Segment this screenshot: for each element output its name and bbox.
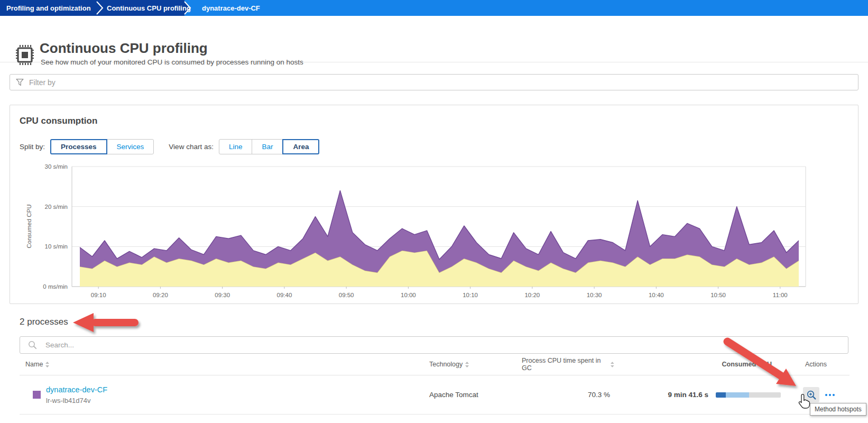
consumed-bar-segment	[749, 392, 781, 398]
page-subtitle: See how much of your monitored CPU is co…	[41, 58, 303, 66]
column-header-consumed-cpu: Consumed CPU	[635, 361, 802, 368]
svg-text:09:10: 09:10	[91, 292, 106, 298]
breadcrumb-item-cpu-profiling[interactable]: Continuous CPU profiling	[107, 4, 191, 12]
column-label: Consumed CPU	[722, 361, 772, 368]
process-name-link[interactable]: dynatrace-dev-CF	[46, 385, 107, 394]
processes-section: 2 processes Name Technology Process CP	[10, 317, 858, 415]
cpu-consumption-card: CPU consumption Split by: Processes Serv…	[10, 105, 858, 304]
split-by-label: Split by:	[20, 143, 45, 151]
svg-text:09:30: 09:30	[215, 292, 230, 298]
svg-text:10:30: 10:30	[587, 292, 602, 298]
process-name-cell: dynatrace-dev-CF lr-ws-lb41d74v	[20, 385, 429, 404]
svg-text:10:00: 10:00	[401, 292, 416, 298]
column-label: Name	[25, 361, 43, 368]
cursor-pointer-icon	[797, 393, 811, 409]
gc-time-cell: 70.3 %	[522, 391, 635, 399]
breadcrumb-item-process[interactable]: dynatrace-dev-CF	[202, 4, 260, 12]
svg-text:10 s/min: 10 s/min	[45, 243, 68, 250]
sort-icon	[45, 362, 49, 367]
column-header-gc[interactable]: Process CPU time spent in GC	[522, 357, 635, 372]
view-bar-button[interactable]: Bar	[252, 139, 283, 154]
process-count: 2 processes	[20, 317, 848, 327]
process-host: lr-ws-lb41d74v	[46, 397, 107, 404]
split-services-button[interactable]: Services	[107, 139, 154, 154]
consumed-cpu-cell: 9 min 41.6 s	[635, 391, 802, 399]
view-line-button[interactable]: Line	[219, 139, 253, 154]
view-chart-as-label: View chart as:	[169, 143, 214, 151]
column-label: Actions	[805, 361, 827, 368]
ellipsis-icon	[825, 394, 827, 396]
split-by-group: Processes Services	[50, 139, 154, 154]
column-label: Process CPU time spent in GC	[522, 357, 608, 372]
page-title: Continuous CPU profiling	[40, 40, 208, 57]
sort-icon	[611, 362, 614, 367]
split-processes-button[interactable]: Processes	[50, 139, 107, 154]
cpu-chip-icon	[14, 43, 36, 68]
processes-table: Name Technology Process CPU time spent i…	[20, 354, 849, 415]
svg-text:10:10: 10:10	[463, 292, 478, 298]
consumed-cpu-bar	[716, 392, 781, 398]
consumed-cpu-value: 9 min 41.6 s	[668, 391, 708, 399]
card-title: CPU consumption	[20, 116, 848, 126]
svg-text:11:00: 11:00	[773, 292, 788, 298]
consumed-bar-segment	[716, 392, 726, 398]
column-header-technology[interactable]: Technology	[429, 361, 522, 368]
svg-text:09:50: 09:50	[339, 292, 354, 298]
table-row: dynatrace-dev-CF lr-ws-lb41d74v Apache T…	[20, 375, 849, 415]
svg-text:09:20: 09:20	[153, 292, 168, 298]
svg-text:10:40: 10:40	[649, 292, 664, 298]
filter-input[interactable]	[10, 74, 858, 90]
more-actions-button[interactable]	[824, 392, 836, 398]
svg-text:10:20: 10:20	[524, 292, 540, 298]
svg-text:10:50: 10:50	[710, 292, 726, 298]
ellipsis-icon	[833, 394, 835, 396]
search-input[interactable]	[20, 336, 848, 354]
svg-text:09:40: 09:40	[277, 292, 292, 298]
breadcrumb-item-profiling[interactable]: Profiling and optimization	[6, 4, 91, 12]
column-header-name[interactable]: Name	[20, 361, 429, 368]
process-color-swatch	[33, 391, 41, 399]
cpu-consumption-chart: 0 ms/min10 s/min20 s/min30 s/min09:1009:…	[20, 159, 848, 302]
filter-funnel-icon	[16, 78, 24, 86]
svg-text:Consumed CPU: Consumed CPU	[26, 204, 32, 248]
technology-cell: Apache Tomcat	[429, 391, 522, 399]
area-chart-svg: 0 ms/min10 s/min20 s/min30 s/min09:1009:…	[20, 159, 834, 300]
svg-text:0 ms/min: 0 ms/min	[43, 283, 68, 290]
breadcrumb-svg: Profiling and optimization Continuous CP…	[0, 0, 370, 16]
svg-text:20 s/min: 20 s/min	[45, 204, 68, 210]
chart-controls: Split by: Processes Services View chart …	[20, 139, 848, 154]
column-label: Technology	[429, 361, 463, 368]
sort-icon	[465, 362, 469, 367]
breadcrumb: Profiling and optimization Continuous CP…	[0, 0, 868, 16]
method-hotspots-tooltip: Method hotspots	[810, 403, 866, 416]
search-icon	[28, 341, 37, 350]
consumed-bar-segment	[726, 392, 749, 398]
view-area-button[interactable]: Area	[282, 139, 319, 154]
page-header: Continuous CPU profiling See how much of…	[0, 16, 868, 62]
table-header-row: Name Technology Process CPU time spent i…	[20, 354, 849, 375]
search-bar	[20, 336, 848, 354]
ellipsis-icon	[829, 394, 831, 396]
svg-text:30 s/min: 30 s/min	[45, 163, 68, 170]
filter-bar	[10, 74, 858, 90]
column-header-actions: Actions	[802, 361, 849, 368]
view-chart-group: Line Bar Area	[219, 139, 320, 154]
